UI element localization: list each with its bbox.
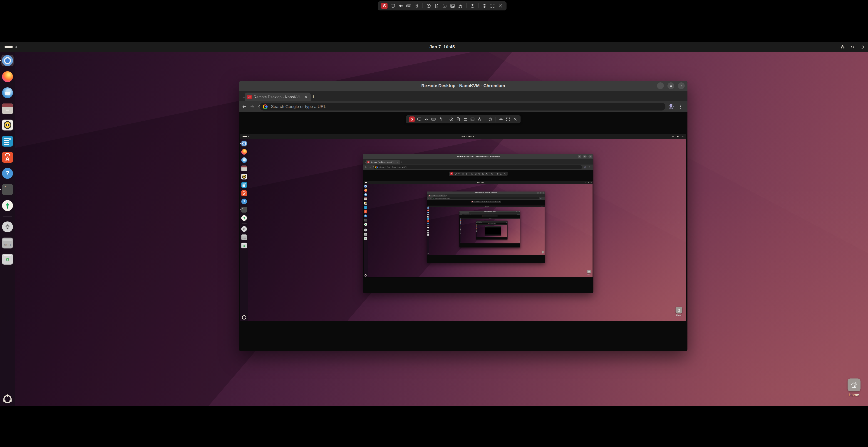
system-tray[interactable] — [840, 42, 865, 52]
audio-muted-button[interactable] — [475, 201, 477, 202]
workspace-indicator-active[interactable] — [460, 218, 461, 218]
dock-item-files[interactable] — [460, 222, 461, 223]
network-topology-button[interactable] — [458, 3, 463, 9]
desktop-icon-home[interactable]: Home — [675, 307, 683, 316]
clock[interactable]: Jan 7 10:45 — [461, 134, 474, 139]
dock-item-help[interactable] — [364, 214, 367, 217]
new-tab-button[interactable]: + — [445, 195, 447, 197]
settings-button[interactable] — [495, 201, 496, 202]
dock-item-rhythmbox[interactable] — [476, 227, 477, 228]
chat-bot-button[interactable] — [486, 201, 487, 202]
dock-item-app-center[interactable] — [427, 220, 429, 222]
dock-item-mongodb[interactable] — [1, 200, 13, 211]
dock-item-files[interactable] — [427, 214, 429, 215]
keyboard-button[interactable] — [486, 215, 486, 216]
new-tab-button[interactable]: + — [400, 160, 403, 164]
forward-button[interactable] — [368, 166, 371, 169]
window-titlebar[interactable]: Remote Desktop - NanoKVM - Chromium — [239, 81, 687, 91]
keyboard-button[interactable] — [406, 3, 411, 9]
dock-item-app-center[interactable] — [241, 191, 247, 196]
dock-item-ssd-drive[interactable]: SSD — [364, 233, 367, 236]
close-button[interactable] — [496, 215, 497, 216]
browser-menu-button[interactable] — [542, 198, 544, 199]
screen-button[interactable] — [390, 3, 396, 9]
dock-item-settings[interactable] — [364, 229, 367, 232]
workspace-indicator-active[interactable] — [243, 136, 247, 137]
system-tray[interactable] — [585, 181, 592, 184]
back-button[interactable] — [476, 222, 477, 223]
fullscreen-button[interactable] — [500, 172, 502, 175]
tab-remote-desktop[interactable]: S Remote Desktop - NanoKVM — [366, 160, 400, 165]
window-minimize-button[interactable] — [537, 192, 539, 194]
new-tab-button[interactable]: + — [310, 93, 317, 100]
window-close-button[interactable] — [542, 192, 545, 194]
clock[interactable]: Jan 7 10:45 — [485, 206, 489, 207]
terminal-button[interactable] — [470, 117, 475, 122]
screen-button[interactable] — [474, 201, 475, 202]
dock-item-terminal[interactable] — [1, 184, 13, 195]
workspace-indicator-active[interactable] — [4, 45, 13, 48]
chat-bot-button[interactable] — [490, 215, 491, 216]
dock-item-settings[interactable] — [460, 231, 461, 231]
dock-item-files[interactable] — [476, 227, 477, 227]
dock-item-libreoffice-writer[interactable] — [241, 182, 247, 188]
system-tray[interactable] — [506, 225, 507, 225]
show-apps-button[interactable] — [460, 243, 461, 243]
close-button[interactable] — [513, 117, 517, 122]
new-tab-button[interactable]: + — [469, 212, 470, 213]
dock-item-thunderbird[interactable] — [241, 157, 247, 163]
terminal-button[interactable] — [482, 172, 484, 175]
fullscreen-button[interactable] — [490, 3, 495, 9]
dock-item-libreoffice-writer[interactable] — [364, 206, 367, 209]
desktop-icon-home[interactable]: Home — [541, 251, 544, 254]
keyboard-button[interactable] — [462, 172, 464, 175]
audio-muted-button[interactable] — [485, 215, 485, 216]
window-close-button[interactable] — [588, 155, 592, 158]
mouse-button[interactable] — [487, 215, 487, 216]
chat-bot-button[interactable] — [463, 117, 468, 122]
show-apps-button[interactable] — [427, 253, 429, 254]
dock-item-firefox[interactable] — [427, 209, 429, 211]
dock-item-chromium[interactable] — [241, 141, 247, 146]
audio-muted-button[interactable] — [424, 117, 429, 122]
dock-item-rhythmbox[interactable] — [364, 202, 367, 205]
dock-item-terminal[interactable] — [460, 228, 461, 229]
window-close-button[interactable] — [519, 211, 520, 212]
mouse-button[interactable] — [490, 223, 490, 224]
dock-item-settings[interactable] — [241, 226, 247, 232]
workspace-indicator-dot[interactable] — [16, 46, 17, 48]
workspace-indicator-dot[interactable] — [368, 182, 368, 183]
audio-muted-button[interactable] — [458, 172, 461, 175]
cdrom-button[interactable] — [488, 215, 489, 216]
tab-close-button[interactable] — [304, 95, 308, 99]
dock-item-files[interactable] — [241, 165, 247, 171]
dock-item-firefox[interactable] — [364, 189, 367, 192]
window-minimize-button[interactable] — [578, 155, 581, 158]
file-code-button[interactable] — [474, 172, 477, 175]
sipeed-logo[interactable]: S — [381, 3, 388, 9]
file-code-button[interactable] — [456, 117, 461, 122]
mouse-button[interactable] — [465, 172, 468, 175]
show-apps-button[interactable] — [241, 315, 247, 320]
dock-item-ssd-drive[interactable]: SSD — [1, 237, 13, 249]
power-button[interactable] — [492, 201, 494, 202]
dock-item-trash[interactable] — [460, 233, 461, 234]
power-button[interactable] — [493, 215, 494, 216]
window-maximize-button[interactable] — [518, 211, 519, 212]
dock-item-ssd-drive[interactable]: SSD — [241, 234, 247, 240]
file-code-button[interactable] — [484, 201, 485, 202]
sipeed-logo[interactable]: S — [471, 201, 473, 202]
dock-item-trash[interactable] — [476, 232, 477, 232]
clock[interactable]: Jan 7 10:45 — [489, 218, 491, 219]
dock-item-ssd-drive[interactable]: SSD — [427, 232, 429, 234]
clock[interactable]: Jan 7 10:45 — [477, 181, 484, 184]
network-topology-button[interactable] — [489, 201, 491, 202]
dock-item-settings[interactable] — [427, 230, 429, 232]
workspace-indicator-active[interactable] — [428, 206, 429, 206]
dock-item-thunderbird[interactable] — [460, 221, 461, 222]
window-minimize-button[interactable] — [657, 82, 664, 89]
dock-item-rhythmbox[interactable] — [427, 216, 429, 217]
address-bar[interactable]: Search Google or type a URL — [462, 214, 517, 215]
close-button[interactable] — [495, 223, 496, 224]
browser-menu-button[interactable] — [507, 222, 507, 223]
